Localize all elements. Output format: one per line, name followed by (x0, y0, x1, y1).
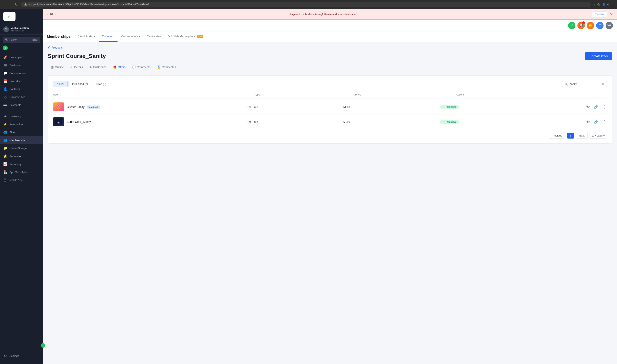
checkmark-button[interactable]: ✓ (568, 22, 575, 29)
alert-prev-button[interactable]: ‹ (47, 13, 48, 16)
sidebar-item-settings[interactable]: ⚙ Settings (0, 352, 43, 360)
actions-cell: ✓ Published (440, 119, 585, 124)
outline-icon: ▦ (51, 65, 54, 69)
sidebar-logo: ✓ (0, 9, 43, 24)
alert-close-button[interactable]: ✕ (610, 12, 613, 16)
sidebar-item-reporting[interactable]: 📈 Reporting (0, 160, 43, 168)
profile-icon[interactable]: 👤 (602, 3, 605, 6)
browser-refresh-button[interactable]: ↻ (14, 2, 19, 7)
offer-type: One Time (246, 120, 343, 123)
sidebar-item-conversations[interactable]: 💬 Conversations (0, 69, 43, 77)
more-button[interactable]: ⋮ (602, 119, 607, 125)
sidebar-item-label: Payments (9, 104, 21, 106)
sidebar-item-reputation[interactable]: ⭐ Reputation (0, 152, 43, 160)
per-page-chevron-icon: ▾ (603, 134, 605, 137)
upgrade-button[interactable]: ⚡ (3, 46, 8, 50)
status-badge: ✓ Published (440, 119, 459, 124)
subnav-offers[interactable]: 🎁 Offers (110, 64, 129, 71)
sidebar-item-memberships[interactable]: 👥 Memberships (0, 136, 43, 144)
sidebar-item-dashboard[interactable]: ⊞ Dashboard (0, 61, 43, 69)
sidebar-toggle-button[interactable]: ‹ (41, 343, 45, 348)
notification-bell-button[interactable]: 📢 15 (578, 22, 585, 29)
tab-client-portal[interactable]: Client Portal ▾ (75, 31, 98, 42)
subnav-customize[interactable]: ⊕ Customize (86, 64, 110, 71)
filter-tab-published[interactable]: Published (2) (68, 81, 92, 87)
next-page-button[interactable]: Next (576, 133, 588, 139)
sidebar-item-app-marketplace[interactable]: 🏪 App Marketplace (0, 168, 43, 176)
current-page-button[interactable]: 1 (567, 133, 574, 139)
tab-label: Communities (121, 35, 138, 38)
offers-search-box[interactable]: 🔍 ✕ (562, 81, 607, 87)
extension-icon[interactable]: 🔌 (597, 3, 600, 6)
more-button[interactable]: ⋮ (602, 104, 607, 110)
conversations-icon: 💬 (3, 71, 7, 75)
sidebar-item-label: Mobile App (9, 179, 23, 182)
search-clear-button[interactable]: ✕ (602, 82, 604, 86)
tab-certificates[interactable]: Certificates (144, 31, 164, 42)
breadcrumb[interactable]: ❮ Products (48, 46, 612, 49)
bookmark-icon[interactable]: ☆ (592, 3, 595, 6)
details-icon: ✏ (70, 65, 73, 69)
tab-gokollab[interactable]: Gokollab Marketplace New (165, 31, 206, 42)
help-button[interactable]: ? (596, 22, 604, 29)
col-header-actions: Actions (456, 93, 607, 96)
user-avatar-button[interactable]: VG (605, 22, 613, 29)
sidebar-item-media[interactable]: 📁 Media Storage (0, 144, 43, 152)
sidebar-item-label: Marketing (9, 115, 21, 118)
sidebar-item-automation[interactable]: ⚡ Automation (0, 120, 43, 128)
table-row: Cluster Sanity Version 2 One Time 51.00 … (53, 100, 607, 115)
menu-icon[interactable]: ⋮ (611, 3, 615, 7)
offers-search-input[interactable] (570, 82, 600, 86)
chevron-down-icon: ▾ (94, 35, 95, 38)
sidebar-item-contacts[interactable]: 👤 Contacts (0, 85, 43, 93)
settings-icon[interactable]: ⚙ (607, 3, 610, 6)
link-button[interactable]: 🔗 (593, 104, 599, 110)
subnav-details[interactable]: ✏ Details (67, 64, 86, 71)
sidebar-item-label: Calendars (9, 79, 21, 83)
filter-tab-draft[interactable]: Draft (0) (93, 81, 110, 87)
subnav-certificates[interactable]: 🏅 Certificates (154, 64, 179, 71)
tab-label: Gokollab Marketplace (167, 35, 195, 38)
view-button[interactable]: 👁 (585, 119, 591, 125)
link-button[interactable]: 🔗 (593, 119, 599, 125)
tab-courses[interactable]: Courses ▾ (99, 31, 117, 42)
create-offer-button[interactable]: + Create Offer (585, 52, 612, 60)
browser-back-button[interactable]: ‹ (2, 2, 6, 7)
table-header: Title Type Price Actions (53, 91, 607, 99)
sidebar-item-label: Settings (9, 354, 19, 357)
alert-resolve-button[interactable]: Resolve (592, 12, 607, 17)
view-button[interactable]: 👁 (585, 104, 591, 110)
sidebar-item-label: Media Storage (9, 147, 27, 150)
chevron-down-icon: ▾ (139, 35, 140, 38)
sidebar-item-opportunities[interactable]: ◇ Opportunities (0, 93, 43, 101)
sidebar-item-calendars[interactable]: 📅 Calendars (0, 77, 43, 85)
sidebar-search-input[interactable]: 🔍 Search ⌘ K (3, 37, 40, 43)
app-marketplace-icon: 🏪 (3, 170, 7, 174)
certificates-icon: 🏅 (157, 65, 161, 69)
sidebar-item-payments[interactable]: 💳 Payments (0, 101, 43, 109)
per-page-select[interactable]: 10 / page ▾ (589, 133, 607, 139)
subnav-comments[interactable]: 💬 Comments (129, 64, 154, 71)
alert-text: Payment method is missing! Please add yo… (56, 13, 592, 16)
page-title: Memberships (47, 32, 71, 42)
reputation-icon: ⭐ (3, 154, 7, 158)
browser-forward-button[interactable]: › (8, 2, 12, 7)
col-header-title: Title (53, 93, 255, 96)
logo-check-icon: ✓ (7, 13, 12, 19)
filter-tab-all[interactable]: All (2) (53, 81, 67, 87)
sidebar-item-sites[interactable]: 🌐 Sites (0, 128, 43, 136)
check-icon: ✓ (443, 105, 445, 108)
browser-url-bar[interactable]: 🔒 app.gohighlevel.com/v2/location/nSJ9pf… (21, 2, 591, 7)
sidebar-item-launchpad[interactable]: 🚀 Launchpad (0, 53, 43, 61)
sidebar: ✓ V Vooha Location chennai , state ▾ 🔍 S… (0, 9, 43, 364)
sidebar-account[interactable]: V Vooha Location chennai , state ▾ (0, 24, 43, 35)
sidebar-item-mobile-app[interactable]: 📱 Mobile App (0, 176, 43, 184)
previous-page-button[interactable]: Previous (549, 133, 565, 139)
sidebar-item-marketing[interactable]: ✈ Marketing (0, 112, 43, 120)
tab-communities[interactable]: Communities ▾ (118, 31, 143, 42)
subnav-outline[interactable]: ▦ Outline (48, 64, 67, 71)
offer-price: 51.00 (343, 105, 440, 109)
alert-bell-button[interactable]: 🔔 (587, 22, 594, 29)
new-badge: New (197, 35, 203, 38)
browser-url-text: app.gohighlevel.com/v2/location/nSJ9pf2g… (28, 3, 587, 6)
